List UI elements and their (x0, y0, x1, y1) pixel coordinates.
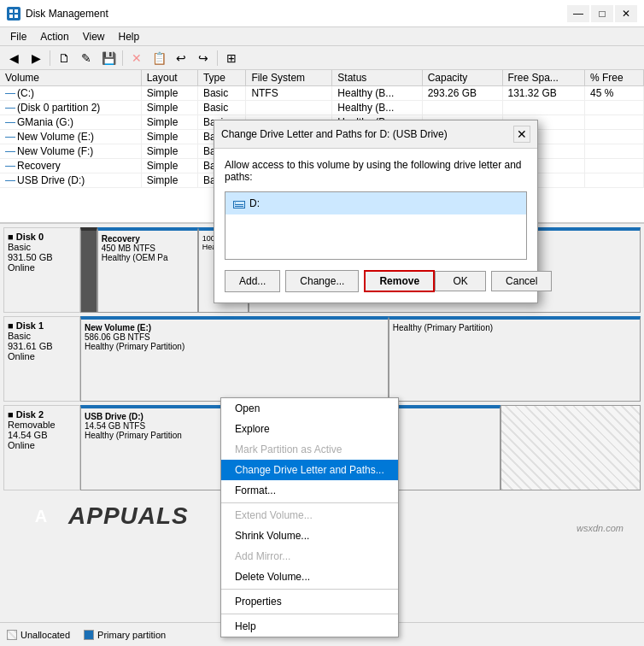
change-button[interactable]: Change... (285, 270, 359, 292)
cancel-button[interactable]: Cancel (491, 271, 552, 291)
dialog-title: Change Drive Letter and Paths for D: (US… (221, 128, 448, 140)
dialog-description: Allow access to this volume by using the… (225, 159, 527, 183)
dialog-title-bar: Change Drive Letter and Paths for D: (US… (214, 120, 537, 149)
remove-button[interactable]: Remove (364, 270, 435, 292)
drive-letter-list: 🖴 D: (225, 191, 527, 260)
dialog-buttons: Add... Change... Remove OK Cancel (225, 270, 527, 292)
dialog-close-button[interactable]: ✕ (513, 126, 530, 143)
add-button[interactable]: Add... (225, 270, 280, 292)
dialog-body: Allow access to this volume by using the… (214, 149, 537, 302)
drive-list-item-d[interactable]: 🖴 D: (225, 192, 526, 214)
drive-icon: 🖴 (232, 196, 246, 211)
drive-letter-entry: D: (249, 197, 260, 209)
dialog-action-buttons: Add... Change... Remove (225, 270, 435, 292)
ok-button[interactable]: OK (435, 271, 486, 291)
dialog-ok-cancel: OK Cancel (435, 271, 552, 291)
dialog-overlay: Change Drive Letter and Paths for D: (US… (0, 0, 644, 646)
change-drive-letter-dialog: Change Drive Letter and Paths for D: (US… (214, 120, 538, 303)
